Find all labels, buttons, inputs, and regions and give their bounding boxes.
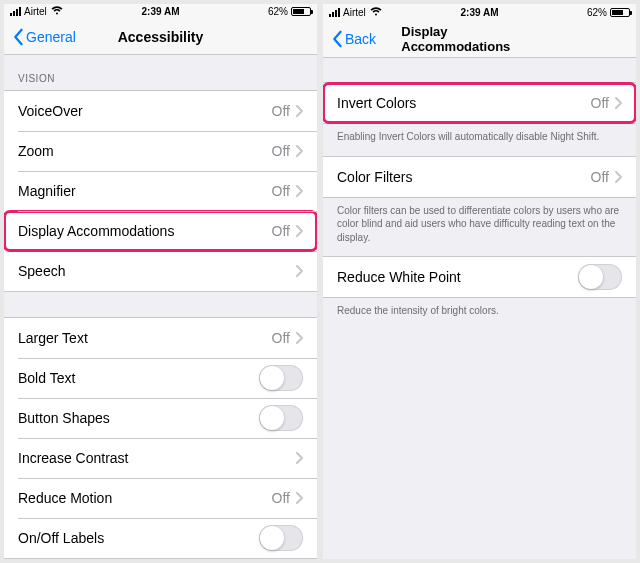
- chevron-left-icon: [12, 28, 24, 46]
- row-invert-colors[interactable]: Invert Colors Off: [323, 83, 636, 123]
- row-onoff-labels[interactable]: On/Off Labels: [4, 518, 317, 558]
- status-time: 2:39 AM: [142, 6, 180, 17]
- text-group: Larger Text Off Bold Text Button Shapes …: [4, 317, 317, 559]
- battery-icon: [291, 7, 311, 16]
- rwp-group: Reduce White Point: [323, 256, 636, 298]
- toggle-onoff-labels[interactable]: [259, 525, 303, 551]
- row-reduce-motion[interactable]: Reduce Motion Off: [4, 478, 317, 518]
- carrier-label: Airtel: [24, 6, 47, 17]
- toggle-reduce-white-point[interactable]: [578, 264, 622, 290]
- chevron-right-icon: [296, 145, 303, 157]
- row-label: Speech: [18, 263, 65, 279]
- status-time: 2:39 AM: [461, 7, 499, 18]
- chevron-right-icon: [296, 185, 303, 197]
- chevron-right-icon: [296, 492, 303, 504]
- signal-bars-icon: [329, 8, 340, 17]
- toggle-bold-text[interactable]: [259, 365, 303, 391]
- row-display-accommodations[interactable]: Display Accommodations Off: [4, 211, 317, 251]
- row-label: Larger Text: [18, 330, 88, 346]
- nav-bar: General Accessibility: [4, 19, 317, 55]
- chevron-left-icon: [331, 30, 343, 48]
- filters-footer: Color filters can be used to differentia…: [323, 198, 636, 257]
- row-value: Off: [272, 330, 290, 346]
- row-color-filters[interactable]: Color Filters Off: [323, 157, 636, 197]
- row-value: Off: [591, 169, 609, 185]
- back-button[interactable]: Back: [331, 30, 376, 48]
- battery-icon: [610, 8, 630, 17]
- row-speech[interactable]: Speech: [4, 251, 317, 291]
- row-reduce-white-point[interactable]: Reduce White Point: [323, 257, 636, 297]
- wifi-icon: [51, 6, 63, 17]
- phone-left-accessibility: Airtel 2:39 AM 62% General Accessibility…: [4, 4, 317, 559]
- nav-title: Accessibility: [118, 29, 204, 45]
- chevron-right-icon: [615, 171, 622, 183]
- row-label: Zoom: [18, 143, 54, 159]
- nav-bar: Back Display Accommodations: [323, 20, 636, 58]
- signal-bars-icon: [10, 7, 21, 16]
- row-value: Off: [272, 143, 290, 159]
- row-increase-contrast[interactable]: Increase Contrast: [4, 438, 317, 478]
- chevron-right-icon: [296, 265, 303, 277]
- status-bar: Airtel 2:39 AM 62%: [4, 4, 317, 19]
- chevron-right-icon: [615, 97, 622, 109]
- row-value: Off: [272, 103, 290, 119]
- row-label: Reduce White Point: [337, 269, 461, 285]
- chevron-right-icon: [296, 332, 303, 344]
- battery-pct: 62%: [268, 6, 288, 17]
- invert-group: Invert Colors Off: [323, 82, 636, 124]
- back-button[interactable]: General: [12, 28, 76, 46]
- row-larger-text[interactable]: Larger Text Off: [4, 318, 317, 358]
- phone-right-display-accommodations: Airtel 2:39 AM 62% Back Display Accommod…: [323, 4, 636, 559]
- row-label: Display Accommodations: [18, 223, 174, 239]
- row-label: Bold Text: [18, 370, 75, 386]
- vision-group: VoiceOver Off Zoom Off Magnifier Off Dis…: [4, 90, 317, 292]
- row-voiceover[interactable]: VoiceOver Off: [4, 91, 317, 131]
- back-label: Back: [345, 31, 376, 47]
- row-label: Invert Colors: [337, 95, 416, 111]
- carrier-label: Airtel: [343, 7, 366, 18]
- row-value: Off: [272, 490, 290, 506]
- row-label: Color Filters: [337, 169, 412, 185]
- row-label: Magnifier: [18, 183, 76, 199]
- wifi-icon: [370, 7, 382, 18]
- row-label: On/Off Labels: [18, 530, 104, 546]
- toggle-button-shapes[interactable]: [259, 405, 303, 431]
- status-bar: Airtel 2:39 AM 62%: [323, 4, 636, 20]
- row-bold-text[interactable]: Bold Text: [4, 358, 317, 398]
- back-label: General: [26, 29, 76, 45]
- battery-pct: 62%: [587, 7, 607, 18]
- row-label: Reduce Motion: [18, 490, 112, 506]
- row-value: Off: [272, 223, 290, 239]
- filters-group: Color Filters Off: [323, 156, 636, 198]
- row-button-shapes[interactable]: Button Shapes: [4, 398, 317, 438]
- chevron-right-icon: [296, 452, 303, 464]
- section-header-vision: VISION: [4, 55, 317, 90]
- chevron-right-icon: [296, 225, 303, 237]
- row-label: VoiceOver: [18, 103, 83, 119]
- nav-title: Display Accommodations: [401, 24, 558, 54]
- row-value: Off: [272, 183, 290, 199]
- invert-footer: Enabling Invert Colors will automaticall…: [323, 124, 636, 156]
- chevron-right-icon: [296, 105, 303, 117]
- row-value: Off: [591, 95, 609, 111]
- rwp-footer: Reduce the intensity of bright colors.: [323, 298, 636, 330]
- row-zoom[interactable]: Zoom Off: [4, 131, 317, 171]
- row-label: Increase Contrast: [18, 450, 129, 466]
- row-magnifier[interactable]: Magnifier Off: [4, 171, 317, 211]
- row-label: Button Shapes: [18, 410, 110, 426]
